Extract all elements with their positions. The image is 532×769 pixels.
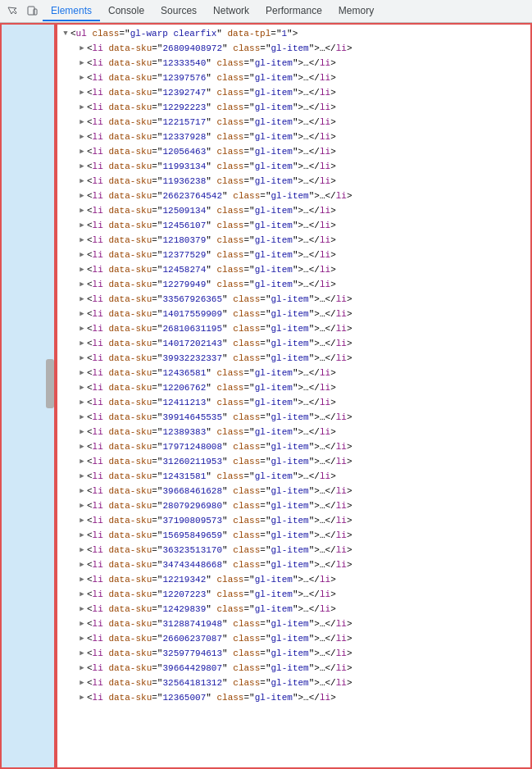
dom-li-line[interactable]: ▶ <li data-sku="11993134" class="gl-item…: [57, 159, 530, 174]
dom-li-line[interactable]: ▶ <li data-sku="11936238" class="gl-item…: [57, 174, 530, 189]
expand-arrow-li[interactable]: ▶: [77, 176, 87, 186]
expand-arrow-li[interactable]: ▶: [77, 501, 87, 511]
expand-arrow-li[interactable]: ▶: [77, 560, 87, 570]
expand-arrow-li[interactable]: ▶: [77, 634, 87, 644]
expand-arrow-li[interactable]: ▶: [77, 663, 87, 673]
dom-tree[interactable]: ▼ <ul class="gl-warp clearfix" data-tpl=…: [57, 25, 530, 767]
dom-li-line[interactable]: ▶ <li data-sku="26606237087" class="gl-i…: [57, 631, 530, 646]
expand-arrow-li[interactable]: ▶: [77, 309, 87, 319]
expand-arrow-li[interactable]: ▶: [77, 191, 87, 201]
dom-li-line[interactable]: ▶ <li data-sku="12215717" class="gl-item…: [57, 115, 530, 130]
tab-memory[interactable]: Memory: [330, 2, 382, 21]
left-scrollbar[interactable]: [46, 359, 54, 408]
expand-arrow-li[interactable]: ▶: [77, 102, 87, 112]
expand-arrow-li[interactable]: ▶: [77, 250, 87, 260]
expand-arrow-li[interactable]: ▶: [77, 530, 87, 540]
expand-arrow-root[interactable]: ▼: [61, 29, 70, 39]
expand-arrow-li[interactable]: ▶: [77, 88, 87, 98]
expand-arrow-li[interactable]: ▶: [77, 589, 87, 599]
dom-li-line[interactable]: ▶ <li data-sku="12056463" class="gl-item…: [57, 144, 530, 159]
expand-arrow-li[interactable]: ▶: [77, 353, 87, 363]
dom-li-line[interactable]: ▶ <li data-sku="28079296980" class="gl-i…: [57, 498, 530, 513]
dom-li-line[interactable]: ▶ <li data-sku="39668461628" class="gl-i…: [57, 484, 530, 498]
expand-arrow-li[interactable]: ▶: [77, 575, 87, 585]
dom-li-line[interactable]: ▶ <li data-sku="12429839" class="gl-item…: [57, 602, 530, 617]
dom-li-line[interactable]: ▶ <li data-sku="12292223" class="gl-item…: [57, 100, 530, 115]
expand-arrow-li[interactable]: ▶: [77, 678, 87, 688]
tab-icon-device[interactable]: [23, 2, 41, 20]
dom-li-line[interactable]: ▶ <li data-sku="37190809573" class="gl-i…: [57, 513, 530, 528]
expand-arrow-li[interactable]: ▶: [77, 486, 87, 496]
expand-arrow-li[interactable]: ▶: [77, 383, 87, 393]
expand-arrow-li[interactable]: ▶: [77, 545, 87, 555]
dom-li-line[interactable]: ▶ <li data-sku="32564181312" class="gl-i…: [57, 676, 530, 690]
dom-li-line[interactable]: ▶ <li data-sku="12337928" class="gl-item…: [57, 130, 530, 144]
expand-arrow-li[interactable]: ▶: [77, 427, 87, 437]
dom-li-line[interactable]: ▶ <li data-sku="12365007" class="gl-item…: [57, 690, 530, 705]
tab-sources[interactable]: Sources: [152, 2, 205, 21]
dom-li-line[interactable]: ▶ <li data-sku="17971248008" class="gl-i…: [57, 439, 530, 454]
tab-performance[interactable]: Performance: [257, 2, 330, 21]
expand-arrow-li[interactable]: ▶: [77, 398, 87, 407]
dom-li-line[interactable]: ▶ <li data-sku="32597794613" class="gl-i…: [57, 646, 530, 661]
dom-li-line[interactable]: ▶ <li data-sku="12206762" class="gl-item…: [57, 380, 530, 395]
dom-li-line[interactable]: ▶ <li data-sku="12207223" class="gl-item…: [57, 587, 530, 602]
dom-li-line[interactable]: ▶ <li data-sku="14017202143" class="gl-i…: [57, 336, 530, 351]
dom-li-line[interactable]: ▶ <li data-sku="12392747" class="gl-item…: [57, 85, 530, 100]
expand-arrow-li[interactable]: ▶: [77, 162, 87, 171]
expand-arrow-li[interactable]: ▶: [77, 324, 87, 334]
expand-arrow-li[interactable]: ▶: [77, 412, 87, 422]
dom-li-line[interactable]: ▶ <li data-sku="26810631195" class="gl-i…: [57, 321, 530, 336]
dom-li-line[interactable]: ▶ <li data-sku="26623764542" class="gl-i…: [57, 189, 530, 203]
expand-arrow-li[interactable]: ▶: [77, 339, 87, 348]
dom-li-line[interactable]: ▶ <li data-sku="12279949" class="gl-item…: [57, 277, 530, 292]
dom-li-line[interactable]: ▶ <li data-sku="12180379" class="gl-item…: [57, 233, 530, 248]
expand-arrow-li[interactable]: ▶: [77, 442, 87, 452]
expand-arrow-li[interactable]: ▶: [77, 73, 87, 83]
expand-arrow-li[interactable]: ▶: [77, 368, 87, 378]
expand-arrow-li[interactable]: ▶: [77, 132, 87, 142]
dom-li-line[interactable]: ▶ <li data-sku="12456107" class="gl-item…: [57, 218, 530, 233]
expand-arrow-li[interactable]: ▶: [77, 147, 87, 157]
tab-console[interactable]: Console: [100, 2, 152, 21]
dom-li-line[interactable]: ▶ <li data-sku="12431581" class="gl-item…: [57, 469, 530, 484]
tab-network[interactable]: Network: [205, 2, 257, 21]
dom-li-line[interactable]: ▶ <li data-sku="12436581" class="gl-item…: [57, 366, 530, 380]
dom-li-line[interactable]: ▶ <li data-sku="12333540" class="gl-item…: [57, 56, 530, 71]
dom-li-line[interactable]: ▶ <li data-sku="12397576" class="gl-item…: [57, 71, 530, 85]
expand-arrow-li[interactable]: ▶: [77, 648, 87, 658]
dom-li-line[interactable]: ▶ <li data-sku="31260211953" class="gl-i…: [57, 454, 530, 469]
expand-arrow-li[interactable]: ▶: [77, 43, 87, 53]
expand-arrow-li[interactable]: ▶: [77, 117, 87, 127]
expand-arrow-li[interactable]: ▶: [77, 58, 87, 68]
dom-li-line[interactable]: ▶ <li data-sku="12509134" class="gl-item…: [57, 203, 530, 218]
expand-arrow-li[interactable]: ▶: [77, 265, 87, 275]
dom-li-line[interactable]: ▶ <li data-sku="12458274" class="gl-item…: [57, 262, 530, 277]
expand-arrow-li[interactable]: ▶: [77, 516, 87, 526]
expand-arrow-li[interactable]: ▶: [77, 693, 87, 703]
tab-icon-inspect[interactable]: [3, 2, 21, 20]
dom-li-line[interactable]: ▶ <li data-sku="12389383" class="gl-item…: [57, 425, 530, 439]
expand-arrow-li[interactable]: ▶: [77, 457, 87, 466]
tab-elements[interactable]: Elements: [43, 2, 100, 21]
expand-arrow-li[interactable]: ▶: [77, 619, 87, 629]
dom-li-line[interactable]: ▶ <li data-sku="31288741948" class="gl-i…: [57, 617, 530, 631]
dom-root-line[interactable]: ▼ <ul class="gl-warp clearfix" data-tpl=…: [57, 26, 530, 41]
dom-li-line[interactable]: ▶ <li data-sku="12411213" class="gl-item…: [57, 395, 530, 410]
dom-li-line[interactable]: ▶ <li data-sku="34743448668" class="gl-i…: [57, 557, 530, 572]
dom-li-line[interactable]: ▶ <li data-sku="39664429807" class="gl-i…: [57, 661, 530, 676]
expand-arrow-li[interactable]: ▶: [77, 280, 87, 289]
expand-arrow-li[interactable]: ▶: [77, 604, 87, 614]
expand-arrow-li[interactable]: ▶: [77, 294, 87, 304]
expand-arrow-li[interactable]: ▶: [77, 471, 87, 481]
dom-li-line[interactable]: ▶ <li data-sku="26809408972" class="gl-i…: [57, 41, 530, 56]
expand-arrow-li[interactable]: ▶: [77, 206, 87, 216]
dom-li-line[interactable]: ▶ <li data-sku="36323513170" class="gl-i…: [57, 543, 530, 557]
dom-li-line[interactable]: ▶ <li data-sku="14017559909" class="gl-i…: [57, 307, 530, 321]
dom-li-line[interactable]: ▶ <li data-sku="39932232337" class="gl-i…: [57, 351, 530, 366]
dom-li-line[interactable]: ▶ <li data-sku="12377529" class="gl-item…: [57, 248, 530, 262]
dom-li-line[interactable]: ▶ <li data-sku="33567926365" class="gl-i…: [57, 292, 530, 307]
expand-arrow-li[interactable]: ▶: [77, 221, 87, 230]
expand-arrow-li[interactable]: ▶: [77, 235, 87, 245]
dom-li-line[interactable]: ▶ <li data-sku="12219342" class="gl-item…: [57, 572, 530, 587]
